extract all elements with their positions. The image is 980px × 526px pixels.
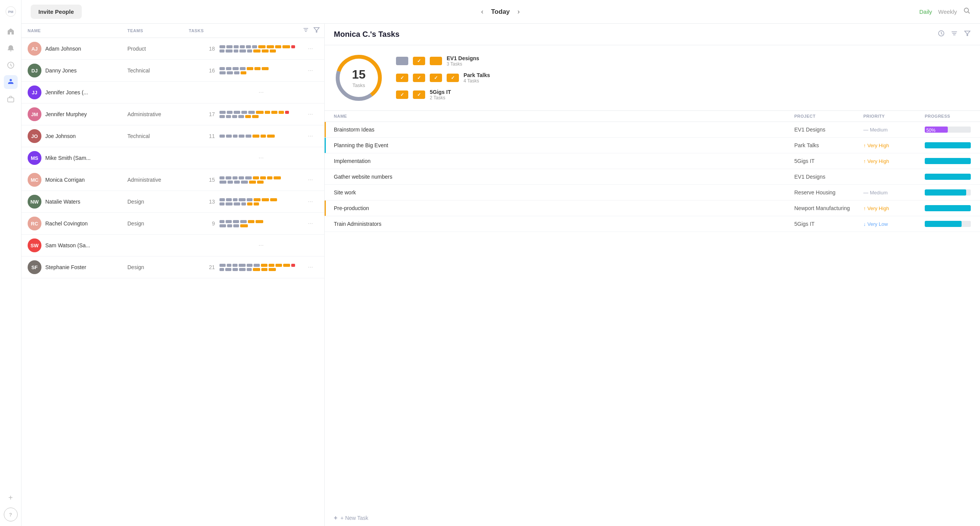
bar-segment-orange <box>248 220 254 223</box>
bar-segment-gray <box>241 181 248 184</box>
bar-segment-orange <box>254 202 259 205</box>
prev-button[interactable]: ‹ <box>478 6 487 17</box>
bar-segment-gray <box>225 268 231 271</box>
priority-badge: ↓ Very Low <box>863 221 925 227</box>
more-options-button[interactable]: ··· <box>303 220 318 227</box>
person-row[interactable]: SFStephanie Foster Design 21 ··· <box>21 256 324 278</box>
more-options-button[interactable]: ··· <box>303 133 318 140</box>
chip-check: ✓ <box>413 57 425 65</box>
person-team: Design <box>127 220 189 227</box>
task-row[interactable]: Brainstorm Ideas EV1 Designs — Medium 50… <box>325 122 980 138</box>
people-icon[interactable] <box>4 75 18 89</box>
person-info: AJAdam Johnson <box>28 42 127 56</box>
task-row[interactable]: Train Administrators 5Gigs IT ↓ Very Low <box>325 216 980 232</box>
bar-segment-orange <box>269 268 276 271</box>
task-row[interactable]: Implementation 5Gigs IT ↑ Very High <box>325 153 980 169</box>
bar-segment-orange <box>267 176 273 179</box>
person-row[interactable]: SWSam Watson (Sa... ··· <box>21 235 324 256</box>
person-row[interactable]: JOJoe Johnson Technical 11 ··· <box>21 125 324 147</box>
project-chip-row: ✓✓✓✓ Park Talks 4 Tasks <box>396 72 971 84</box>
bar-segment-gray <box>219 49 224 53</box>
task-project-col-header: PROJECT <box>794 114 863 118</box>
person-row[interactable]: MSMike Smith (Sam... ··· <box>21 147 324 169</box>
progress-fill: 50% <box>925 127 948 133</box>
bar-segment-orange <box>271 111 277 114</box>
task-row[interactable]: Pre-production Newport Manufacturing ↑ V… <box>325 201 980 216</box>
more-options-button[interactable]: ··· <box>219 242 303 249</box>
person-row[interactable]: AJAdam Johnson Product 18 ··· <box>21 38 324 60</box>
bar-row <box>219 198 303 201</box>
bar-segment-orange <box>252 135 259 138</box>
briefcase-icon[interactable] <box>4 92 18 106</box>
more-options-button[interactable]: ··· <box>303 264 318 271</box>
more-options-button[interactable]: ··· <box>303 45 318 52</box>
bar-segment-gray <box>234 49 238 53</box>
project-name: EV1 Designs <box>447 55 479 61</box>
bar-segment-gray <box>233 67 239 70</box>
right-panel-icons <box>938 30 971 39</box>
person-row[interactable]: NWNatalie Waters Design 13 ··· <box>21 191 324 213</box>
person-avatar: SW <box>28 238 41 252</box>
filter-settings-icon[interactable] <box>303 27 309 35</box>
app-logo[interactable]: PM <box>4 5 18 18</box>
task-row[interactable]: Gather website numbers EV1 Designs <box>325 169 980 185</box>
funnel-filter-icon[interactable] <box>964 30 971 39</box>
more-options-button[interactable]: ··· <box>303 198 318 205</box>
person-name: Adam Johnson <box>45 46 81 52</box>
next-button[interactable]: › <box>515 6 523 17</box>
person-row[interactable]: JMJennifer Murphey Administrative 17 ··· <box>21 104 324 125</box>
clock-icon[interactable] <box>4 58 18 72</box>
header-action-icons <box>303 27 318 35</box>
notification-icon[interactable] <box>4 41 18 55</box>
bar-segment-orange <box>253 268 260 271</box>
person-team: Product <box>127 46 189 52</box>
person-avatar: NW <box>28 195 41 209</box>
bar-segment-gray <box>252 45 257 48</box>
new-task-row[interactable]: + + New Task <box>325 510 980 526</box>
bar-segment-gray <box>219 45 225 48</box>
progress-fill <box>925 158 971 164</box>
invite-people-button[interactable]: Invite People <box>31 5 82 19</box>
bar-segment-gray <box>246 135 251 138</box>
task-row[interactable]: Planning the Big Event Park Talks ↑ Very… <box>325 138 980 153</box>
more-options-button[interactable]: ··· <box>303 67 318 74</box>
project-info: 5Gigs IT 2 Tasks <box>430 89 451 100</box>
progress-fill <box>925 174 971 180</box>
task-project: 5Gigs IT <box>794 158 863 164</box>
home-icon[interactable] <box>4 25 18 38</box>
bar-row <box>219 220 303 223</box>
priority-badge: ↑ Very High <box>863 205 925 211</box>
bar-segment-gray <box>233 220 239 223</box>
filter-icon[interactable] <box>313 27 320 35</box>
daily-view-button[interactable]: Daily <box>919 8 932 15</box>
person-name: Monica Corrigan <box>45 177 85 183</box>
bar-segment-gray <box>233 135 238 138</box>
add-workspace-icon[interactable]: + <box>4 491 18 505</box>
weekly-view-button[interactable]: Weekly <box>938 8 957 15</box>
svg-rect-3 <box>8 98 14 102</box>
settings-filter-icon[interactable] <box>951 30 958 39</box>
more-options-button[interactable]: ··· <box>303 111 318 118</box>
bar-segment-gray <box>234 202 240 205</box>
search-button[interactable] <box>963 7 971 16</box>
chip-orange <box>430 57 442 65</box>
person-info: MCMonica Corrigan <box>28 173 127 187</box>
task-bars <box>219 198 303 205</box>
person-row[interactable]: JJJennifer Jones (... ··· <box>21 82 324 104</box>
person-row[interactable]: DJDanny Jones Technical 16 ··· <box>21 60 324 82</box>
bar-segment-gray <box>234 181 240 184</box>
more-options-button[interactable]: ··· <box>219 155 303 161</box>
bar-segment-orange <box>245 115 251 118</box>
clock-filter-icon[interactable] <box>938 30 945 39</box>
bar-segment-gray <box>247 264 252 267</box>
more-options-button[interactable]: ··· <box>219 89 303 96</box>
person-row[interactable]: MCMonica Corrigan Administrative 15 ··· <box>21 169 324 191</box>
bar-segment-gray <box>234 71 239 74</box>
bar-segment-red <box>291 264 295 267</box>
more-options-button[interactable]: ··· <box>303 176 318 183</box>
new-task-label: + New Task <box>340 515 368 521</box>
task-row[interactable]: Site work Reserve Housing — Medium <box>325 185 980 201</box>
help-icon[interactable]: ? <box>4 508 18 521</box>
person-row[interactable]: RCRachel Covington Design 9 ··· <box>21 213 324 235</box>
task-table-header: NAME PROJECT PRIORITY PROGRESS <box>325 111 980 122</box>
